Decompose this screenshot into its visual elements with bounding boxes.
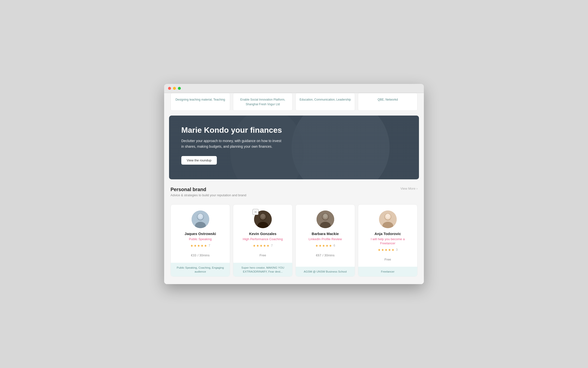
tag-card-1[interactable]: Designing teaching material, Teaching bbox=[171, 93, 230, 111]
card-barbara-footer: AGSM @ UNSW Business School bbox=[296, 267, 355, 276]
tag-card-3-text: Education, Communication, Leadership bbox=[300, 98, 351, 101]
section-header-area: Personal brand View More › Advice & stra… bbox=[164, 179, 424, 204]
star-4: ★ bbox=[201, 244, 204, 248]
card-jaques-duration: / 30mins bbox=[197, 253, 209, 257]
avatar-wrap-kevin bbox=[254, 210, 272, 228]
star-4: ★ bbox=[263, 244, 266, 248]
card-anja-body: Anja Todorovic I will help you become a … bbox=[358, 205, 417, 267]
avatar-wrap-anja bbox=[379, 210, 397, 228]
card-jaques-service: Public Speaking bbox=[189, 237, 212, 241]
tag-card-2[interactable]: Enable Social Innovation Platform, Shang… bbox=[233, 93, 293, 111]
svg-point-4 bbox=[198, 214, 202, 218]
star-1: ★ bbox=[315, 244, 318, 248]
star-3: ★ bbox=[322, 244, 325, 248]
card-barbara-stars: ★ ★ ★ ★ ★ 6 bbox=[315, 244, 335, 248]
card-anja-price-value: Free bbox=[384, 258, 391, 261]
card-kevin[interactable]: Kevin Gonzales High Performance Coaching… bbox=[233, 204, 293, 277]
star-2: ★ bbox=[256, 244, 259, 248]
close-dot[interactable] bbox=[168, 87, 171, 90]
card-jaques-review-count: 7 bbox=[208, 244, 210, 247]
card-kevin-name: Kevin Gonzales bbox=[249, 232, 277, 236]
card-jaques-stars: ★ ★ ★ ★ ★ 7 bbox=[190, 244, 210, 248]
tag-cards-row: Designing teaching material, Teaching En… bbox=[164, 93, 424, 116]
card-jaques-name: Jaques Ostrowski bbox=[184, 232, 216, 236]
star-5: ★ bbox=[267, 244, 270, 248]
card-anja-name: Anja Todorovic bbox=[374, 232, 401, 236]
hero-description: Declutter your approach to money, with g… bbox=[181, 138, 284, 149]
avatar-jaques bbox=[192, 210, 209, 228]
star-3: ★ bbox=[385, 248, 388, 252]
svg-point-16 bbox=[323, 214, 327, 218]
card-barbara[interactable]: Barbara Mackie LinkedIn Profile Review ★… bbox=[295, 204, 355, 277]
section-header: Personal brand View More › bbox=[171, 187, 417, 192]
card-kevin-body: Kevin Gonzales High Performance Coaching… bbox=[233, 205, 292, 263]
star-5-half: ★ bbox=[329, 244, 332, 248]
card-jaques-price-value: €33 bbox=[191, 253, 196, 257]
star-5-half: ★ bbox=[392, 248, 394, 252]
hero-title: Marie Kondo your finances bbox=[181, 125, 284, 135]
view-more-button[interactable]: View More › bbox=[400, 187, 417, 190]
card-barbara-body: Barbara Mackie LinkedIn Profile Review ★… bbox=[296, 205, 355, 267]
card-barbara-name: Barbara Mackie bbox=[312, 232, 339, 236]
card-barbara-service: LinkedIn Profile Review bbox=[309, 237, 342, 241]
card-kevin-price-value: Free bbox=[259, 253, 266, 257]
card-anja-service: I will help you become a Freelancer bbox=[363, 237, 412, 246]
tag-card-4-text: QBE, Networkd bbox=[378, 98, 398, 101]
star-1: ★ bbox=[190, 244, 193, 248]
avatar-barbara bbox=[317, 210, 334, 228]
card-anja-stars: ★ ★ ★ ★ ★ 3 bbox=[378, 248, 398, 252]
chevron-right-icon: › bbox=[416, 187, 417, 190]
card-barbara-price: €67 / 30mins bbox=[316, 252, 335, 258]
star-1: ★ bbox=[253, 244, 256, 248]
star-3: ★ bbox=[260, 244, 263, 248]
card-jaques-footer: Public Speaking, Coaching, Engaging audi… bbox=[171, 263, 230, 276]
tag-card-1-text: Designing teaching material, Teaching bbox=[175, 98, 225, 101]
card-jaques-body: Jaques Ostrowski Public Speaking ★ ★ ★ ★… bbox=[171, 205, 230, 263]
star-4: ★ bbox=[326, 244, 329, 248]
card-kevin-service: High Performance Coaching bbox=[243, 237, 283, 241]
card-kevin-price: Free bbox=[259, 252, 266, 258]
play-badge bbox=[253, 209, 258, 215]
svg-point-11 bbox=[261, 214, 265, 218]
play-icon bbox=[254, 211, 257, 213]
window-content: Designing teaching material, Teaching En… bbox=[164, 93, 424, 284]
star-5-half: ★ bbox=[204, 244, 207, 248]
view-more-label: View More bbox=[400, 187, 415, 190]
maximize-dot[interactable] bbox=[178, 87, 181, 90]
card-anja-review-count: 3 bbox=[396, 248, 398, 251]
avatar-wrap-barbara bbox=[317, 210, 334, 228]
star-2: ★ bbox=[319, 244, 322, 248]
star-3: ★ bbox=[197, 244, 200, 248]
browser-window: Designing teaching material, Teaching En… bbox=[164, 84, 424, 284]
star-2: ★ bbox=[194, 244, 197, 248]
section-title: Personal brand bbox=[171, 187, 206, 192]
card-kevin-review-count: 7 bbox=[271, 244, 273, 247]
star-4: ★ bbox=[388, 248, 391, 252]
card-anja[interactable]: Anja Todorovic I will help you become a … bbox=[358, 204, 417, 277]
card-barbara-review-count: 6 bbox=[333, 244, 335, 247]
tag-card-2-text: Enable Social Innovation Platform, Shang… bbox=[240, 98, 285, 106]
avatar-anja bbox=[379, 210, 397, 228]
avatar-wrap-jaques bbox=[192, 210, 209, 228]
tag-card-3[interactable]: Education, Communication, Leadership bbox=[295, 93, 355, 111]
star-2: ★ bbox=[381, 248, 384, 252]
card-jaques-price: €33 / 30mins bbox=[191, 252, 210, 258]
view-roundup-button[interactable]: View the roundup bbox=[181, 156, 217, 165]
cards-grid: Jaques Ostrowski Public Speaking ★ ★ ★ ★… bbox=[164, 204, 424, 284]
section-subtitle: Advice & strategies to build your reputa… bbox=[171, 193, 417, 197]
star-1: ★ bbox=[378, 248, 381, 252]
tag-card-4[interactable]: QBE, Networkd bbox=[358, 93, 417, 111]
svg-point-21 bbox=[386, 214, 390, 218]
svg-marker-6 bbox=[255, 211, 256, 212]
hero-inner: Marie Kondo your finances Declutter your… bbox=[169, 116, 296, 174]
titlebar bbox=[164, 84, 424, 93]
card-barbara-duration: / 30mins bbox=[322, 253, 334, 257]
card-anja-footer: Freelancer bbox=[358, 267, 417, 276]
card-kevin-footer: Super hero creator, MAKING YOU EXTRAODRI… bbox=[233, 263, 292, 276]
card-anja-price: Free bbox=[384, 257, 391, 262]
card-jaques[interactable]: Jaques Ostrowski Public Speaking ★ ★ ★ ★… bbox=[171, 204, 230, 277]
card-kevin-stars: ★ ★ ★ ★ ★ 7 bbox=[253, 244, 273, 248]
minimize-dot[interactable] bbox=[173, 87, 176, 90]
card-barbara-price-value: €67 bbox=[316, 253, 321, 257]
hero-banner: Marie Kondo your finances Declutter your… bbox=[169, 116, 419, 179]
